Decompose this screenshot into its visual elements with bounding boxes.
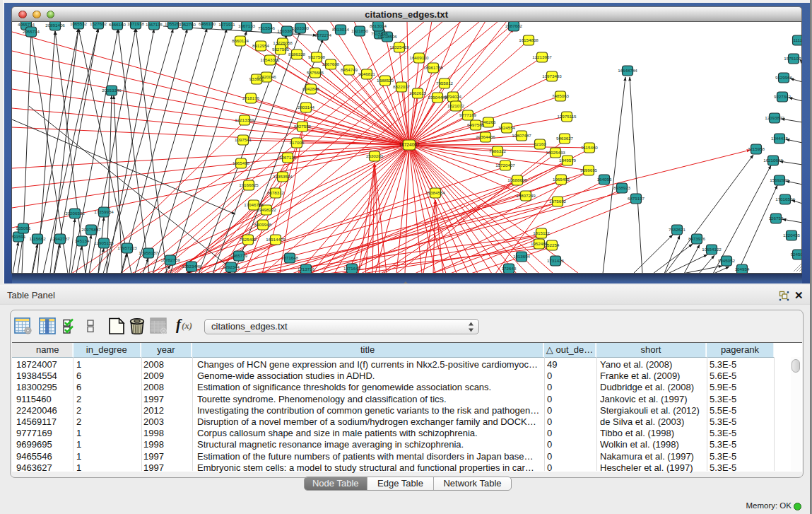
svg-text:9699695: 9699695 bbox=[579, 168, 597, 173]
svg-text:9465779: 9465779 bbox=[230, 253, 247, 258]
svg-text:126753: 126753 bbox=[768, 216, 783, 221]
svg-text:1371648: 1371648 bbox=[281, 255, 298, 260]
svg-text:1603380: 1603380 bbox=[291, 25, 309, 30]
svg-text:16961758: 16961758 bbox=[423, 65, 443, 70]
svg-text:10688609: 10688609 bbox=[507, 177, 527, 182]
svg-text:7625402: 7625402 bbox=[239, 237, 257, 242]
svg-text:3215958: 3215958 bbox=[747, 146, 765, 151]
svg-text:20364436: 20364436 bbox=[476, 134, 495, 139]
svg-text:10973493: 10973493 bbox=[542, 74, 562, 78]
svg-text:9327505: 9327505 bbox=[271, 47, 289, 52]
svg-text:19384554: 19384554 bbox=[425, 190, 445, 195]
svg-text:16914479: 16914479 bbox=[266, 237, 286, 242]
svg-text:9777169: 9777169 bbox=[459, 112, 476, 117]
svg-text:20053346: 20053346 bbox=[102, 88, 122, 93]
svg-text:5875685: 5875685 bbox=[306, 70, 324, 75]
svg-text:15692971: 15692971 bbox=[770, 177, 789, 182]
svg-text:8454749: 8454749 bbox=[340, 67, 358, 72]
svg-text:8409948: 8409948 bbox=[254, 222, 271, 227]
svg-text:1621072: 1621072 bbox=[447, 103, 464, 108]
svg-text:1965492: 1965492 bbox=[552, 177, 570, 182]
svg-text:924501: 924501 bbox=[790, 252, 802, 257]
svg-text:13226058: 13226058 bbox=[273, 40, 293, 45]
svg-text:1097541: 1097541 bbox=[234, 137, 252, 142]
svg-text:1667133: 1667133 bbox=[237, 23, 255, 28]
svg-text:16154808: 16154808 bbox=[519, 37, 539, 42]
svg-text:1071911: 1071911 bbox=[218, 22, 235, 27]
svg-text:172643: 172643 bbox=[501, 266, 516, 271]
svg-text:10807487: 10807487 bbox=[512, 133, 531, 138]
svg-text:391591: 391591 bbox=[12, 234, 26, 239]
svg-text:164095: 164095 bbox=[596, 177, 611, 182]
svg-text:12213967: 12213967 bbox=[532, 54, 552, 59]
svg-text:1244415: 1244415 bbox=[770, 136, 788, 141]
svg-text:15751074: 15751074 bbox=[784, 56, 802, 61]
svg-text:9227342: 9227342 bbox=[773, 94, 791, 99]
svg-text:12905135: 12905135 bbox=[94, 240, 114, 245]
svg-text:17359934: 17359934 bbox=[94, 209, 114, 214]
svg-text:933901: 933901 bbox=[249, 76, 264, 81]
svg-text:1071918: 1071918 bbox=[126, 22, 144, 26]
svg-text:1065532: 1065532 bbox=[69, 22, 87, 26]
svg-text:1115682: 1115682 bbox=[29, 236, 46, 241]
svg-text:8427552: 8427552 bbox=[293, 124, 311, 129]
svg-text:8186328: 8186328 bbox=[288, 52, 305, 57]
svg-text:1815112: 1815112 bbox=[533, 230, 550, 235]
svg-text:10958187: 10958187 bbox=[139, 250, 158, 255]
svg-text:1413694: 1413694 bbox=[512, 254, 530, 259]
svg-text:535061: 535061 bbox=[16, 226, 30, 230]
svg-text:12975115: 12975115 bbox=[557, 114, 577, 119]
svg-text:2718176: 2718176 bbox=[242, 95, 259, 100]
svg-text:10543362: 10543362 bbox=[260, 57, 280, 62]
svg-text:2367608: 2367608 bbox=[322, 62, 339, 66]
svg-text:145134: 145134 bbox=[74, 238, 89, 243]
svg-text:8660124: 8660124 bbox=[231, 38, 249, 43]
svg-text:19218506: 19218506 bbox=[377, 34, 397, 39]
svg-text:8912954: 8912954 bbox=[252, 43, 269, 48]
svg-text:10025433: 10025433 bbox=[546, 150, 565, 155]
svg-text:12923448: 12923448 bbox=[182, 264, 201, 269]
svg-text:2530203: 2530203 bbox=[365, 153, 383, 158]
svg-text:1731426: 1731426 bbox=[546, 258, 564, 263]
svg-text:9146821: 9146821 bbox=[358, 71, 375, 76]
svg-text:3572274: 3572274 bbox=[314, 33, 331, 37]
svg-text:17046786: 17046786 bbox=[244, 202, 264, 207]
svg-text:104954: 104954 bbox=[734, 267, 749, 271]
svg-text:3267130: 3267130 bbox=[278, 155, 296, 160]
svg-text:10654122: 10654122 bbox=[702, 247, 722, 252]
svg-text:16409110: 16409110 bbox=[409, 55, 429, 60]
svg-text:19498222: 19498222 bbox=[257, 207, 276, 212]
svg-text:7515546: 7515546 bbox=[257, 25, 275, 30]
svg-text:17957223: 17957223 bbox=[117, 245, 137, 250]
svg-text:8242848: 8242848 bbox=[302, 86, 319, 91]
svg-text:9129966: 9129966 bbox=[775, 75, 792, 80]
svg-text:1921850: 1921850 bbox=[351, 28, 368, 33]
svg-text:9245052: 9245052 bbox=[717, 258, 735, 263]
svg-text:6466160: 6466160 bbox=[108, 22, 126, 27]
svg-text:9463627: 9463627 bbox=[555, 136, 573, 141]
svg-text:2055714: 2055714 bbox=[22, 29, 40, 34]
svg-text:1965498: 1965498 bbox=[232, 160, 249, 165]
svg-text:6466100: 6466100 bbox=[198, 22, 216, 26]
svg-text:8938923: 8938923 bbox=[613, 185, 630, 190]
svg-text:14353594: 14353594 bbox=[273, 174, 293, 179]
svg-text:6497568: 6497568 bbox=[466, 122, 484, 127]
svg-text:19166825: 19166825 bbox=[239, 182, 259, 187]
svg-text:8813014: 8813014 bbox=[369, 23, 387, 28]
svg-text:12942737: 12942737 bbox=[50, 236, 70, 241]
svg-text:15720407: 15720407 bbox=[495, 163, 515, 168]
svg-text:8678312: 8678312 bbox=[266, 190, 284, 195]
svg-text:16210643: 16210643 bbox=[763, 158, 783, 163]
svg-text:3624554: 3624554 bbox=[498, 125, 515, 130]
svg-text:1292344: 1292344 bbox=[222, 264, 240, 269]
svg-text:1220455: 1220455 bbox=[782, 233, 800, 238]
svg-text:8322037: 8322037 bbox=[392, 84, 410, 89]
svg-text:7485063: 7485063 bbox=[551, 93, 569, 98]
svg-text:16648784: 16648784 bbox=[618, 68, 637, 73]
svg-text:1975692: 1975692 bbox=[548, 199, 566, 204]
svg-text:1527602: 1527602 bbox=[89, 22, 107, 26]
svg-text:4055714: 4055714 bbox=[17, 22, 35, 27]
svg-text:8813014: 8813014 bbox=[331, 27, 349, 32]
svg-text:7986322: 7986322 bbox=[488, 148, 506, 153]
svg-text:1362615: 1362615 bbox=[408, 90, 426, 95]
